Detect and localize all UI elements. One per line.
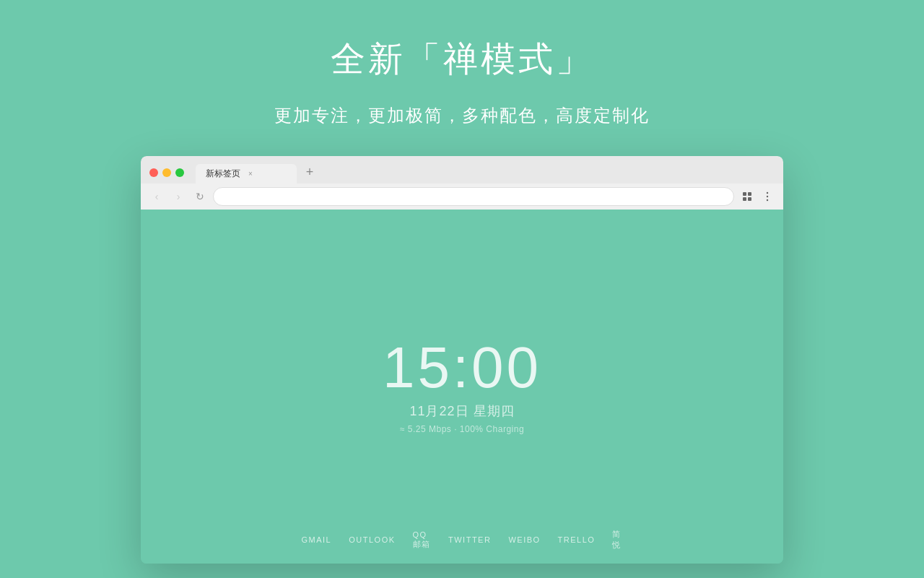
svg-rect-0 [743,192,746,196]
browser-titlebar: 新标签页 × + [141,156,783,184]
bookmark-item[interactable]: TWITTER [448,535,491,544]
bookmark-item[interactable]: 简悦 [612,529,622,551]
extensions-icon[interactable] [738,188,756,205]
svg-rect-3 [748,197,751,201]
clock-display: 15:00 11月22日 星期四 ≈ 5.25 Mbps · 100% Char… [383,339,541,434]
page-subtitle: 更加专注，更加极简，多种配色，高度定制化 [274,104,650,127]
close-traffic-light[interactable] [149,168,158,177]
tab-close-button[interactable]: × [246,170,255,178]
bookmark-item[interactable]: TRELLO [558,535,596,544]
toolbar-right [738,188,776,205]
svg-rect-2 [743,197,746,201]
address-bar[interactable] [213,187,734,206]
browser-window: 新标签页 × + ‹ › ↻ [141,156,783,564]
browser-content: 15:00 11月22日 星期四 ≈ 5.25 Mbps · 100% Char… [141,210,783,564]
bookmark-item[interactable]: WEIBO [508,535,540,544]
svg-point-6 [767,199,768,201]
forward-button[interactable]: › [170,188,187,205]
clock-status: ≈ 5.25 Mbps · 100% Charging [383,424,541,434]
svg-point-5 [767,196,768,197]
menu-icon[interactable] [759,188,776,205]
active-tab[interactable]: 新标签页 × [196,164,297,184]
reload-button[interactable]: ↻ [191,188,209,205]
tab-bar: 新标签页 × + [196,162,775,184]
clock-date: 11月22日 星期四 [383,402,541,420]
svg-rect-1 [748,192,751,196]
bookmarks-bar: GMAILOUTLOOKQQ邮箱TWITTERWEIBOTRELLO简悦 [302,529,623,551]
minimize-traffic-light[interactable] [162,168,171,177]
new-tab-button[interactable]: + [300,162,320,182]
page-title: 全新「禅模式」 [331,36,593,82]
bookmark-item[interactable]: GMAIL [302,535,332,544]
tab-label: 新标签页 [206,168,240,180]
traffic-lights [149,168,184,177]
clock-time: 15:00 [383,339,541,397]
maximize-traffic-light[interactable] [175,168,184,177]
browser-chrome: 新标签页 × + ‹ › ↻ [141,156,783,210]
browser-toolbar: ‹ › ↻ [141,184,783,210]
bookmark-item[interactable]: QQ邮箱 [413,530,431,550]
svg-point-4 [767,192,768,194]
back-button[interactable]: ‹ [148,188,165,205]
bookmark-item[interactable]: OUTLOOK [349,535,395,544]
